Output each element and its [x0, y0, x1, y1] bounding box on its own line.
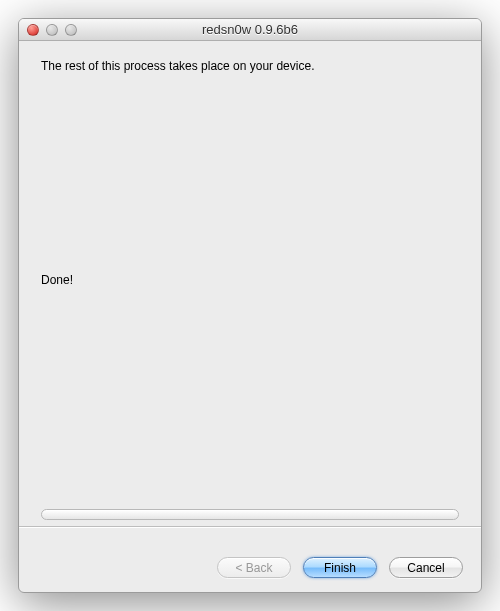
titlebar: redsn0w 0.9.6b6: [19, 19, 481, 41]
close-icon[interactable]: [27, 24, 39, 36]
zoom-icon: [65, 24, 77, 36]
window-controls: [27, 24, 77, 36]
progress-area: [41, 509, 459, 535]
status-text: Done!: [41, 273, 459, 287]
content-area: The rest of this process takes place on …: [19, 41, 481, 545]
minimize-icon: [46, 24, 58, 36]
app-window: redsn0w 0.9.6b6 The rest of this process…: [18, 18, 482, 593]
separator: [19, 526, 481, 527]
cancel-button[interactable]: Cancel: [389, 557, 463, 578]
back-button: < Back: [217, 557, 291, 578]
finish-button[interactable]: Finish: [303, 557, 377, 578]
instruction-text: The rest of this process takes place on …: [41, 59, 459, 73]
window-title: redsn0w 0.9.6b6: [202, 22, 298, 37]
button-row: < Back Finish Cancel: [19, 545, 481, 592]
progress-bar: [41, 509, 459, 520]
